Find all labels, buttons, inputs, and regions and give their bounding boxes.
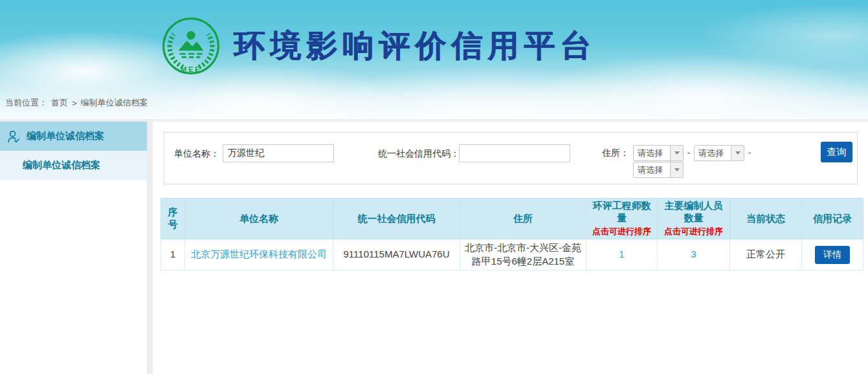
sidebar-subitem-label: 编制单位诚信档案 [23, 159, 100, 171]
sidebar: 编制单位诚信档案 编制单位诚信档案 [0, 122, 147, 374]
cell-status: 正常公开 [730, 239, 802, 270]
breadcrumb: 当前位置： 首页 > 编制单位诚信档案 [5, 97, 148, 109]
table-row: 1 北京万源世纪环保科技有限公司 91110115MA7LWUA76U 北京市-… [161, 239, 863, 270]
sidebar-item-credit-archive[interactable]: 编制单位诚信档案 [0, 122, 147, 151]
chevron-down-icon[interactable] [670, 146, 683, 160]
engineer-sort-hint[interactable]: 点击可进行排序 [589, 226, 654, 237]
query-button[interactable]: 查询 [821, 142, 852, 162]
credit-code-label: 统一社会信用代码： [378, 144, 460, 162]
svg-text:MEE: MEE [181, 65, 201, 73]
company-link[interactable]: 北京万源世纪环保科技有限公司 [191, 248, 327, 259]
mee-logo-icon: MEE [161, 16, 221, 76]
search-form: 单位名称： 统一社会信用代码： 住所： 请选择 - 请选择 - 请选择 查询 [164, 132, 858, 184]
col-address: 住所 [460, 199, 586, 239]
col-credit-record: 信用记录 [802, 199, 863, 239]
address-dash-2: - [748, 145, 751, 161]
site-header: MEE 环境影响评价信用平台 当前位置： 首页 > 编制单位诚信档案 [0, 0, 868, 119]
city-select-value: 请选择 [695, 146, 731, 160]
main-content: 单位名称： 统一社会信用代码： 住所： 请选择 - 请选择 - 请选择 查询 序… [153, 122, 868, 374]
district-select[interactable]: 请选择 [633, 162, 684, 178]
cell-index: 1 [161, 239, 185, 270]
unit-name-label: 单位名称： [174, 144, 219, 162]
sidebar-item-label: 编制单位诚信档案 [27, 130, 104, 142]
chevron-down-icon[interactable] [670, 162, 683, 177]
col-staff-count-label: 主要编制人员数量 [665, 200, 723, 223]
col-company: 单位名称 [185, 199, 333, 239]
credit-code-input[interactable] [459, 144, 570, 162]
engineer-count-link[interactable]: 1 [619, 248, 624, 259]
breadcrumb-separator: > [72, 98, 77, 108]
breadcrumb-current: 编制单位诚信档案 [81, 97, 148, 109]
col-credit-code: 统一社会信用代码 [333, 199, 460, 239]
address-label: 住所： [602, 144, 629, 162]
sidebar-subitem-credit-archive[interactable]: 编制单位诚信档案 [0, 151, 147, 180]
col-status: 当前状态 [730, 199, 802, 239]
page-title: 环境影响评价信用平台 [234, 25, 596, 67]
breadcrumb-label: 当前位置： [5, 97, 47, 109]
province-select[interactable]: 请选择 [633, 145, 684, 161]
staff-count-link[interactable]: 3 [691, 248, 696, 259]
user-check-icon [6, 129, 21, 144]
staff-sort-hint[interactable]: 点击可进行排序 [660, 226, 727, 237]
col-staff-count: 主要编制人员数量 点击可进行排序 [658, 199, 730, 239]
cell-credit-code: 91110115MA7LWUA76U [333, 239, 460, 270]
breadcrumb-home-link[interactable]: 首页 [51, 97, 68, 109]
table-header-row: 序号 单位名称 统一社会信用代码 住所 环评工程师数量 点击可进行排序 主要编制… [161, 199, 863, 239]
brand: MEE 环境影响评价信用平台 [161, 16, 596, 76]
district-select-value: 请选择 [634, 162, 670, 177]
province-select-value: 请选择 [634, 146, 670, 160]
chevron-down-icon[interactable] [731, 146, 744, 160]
col-engineer-count: 环评工程师数量 点击可进行排序 [586, 199, 658, 239]
cell-address: 北京市-北京市-大兴区-金苑路甲15号6幢2层A215室 [460, 239, 586, 270]
unit-name-input[interactable] [223, 144, 334, 162]
result-table: 序号 单位名称 统一社会信用代码 住所 环评工程师数量 点击可进行排序 主要编制… [161, 198, 863, 270]
col-engineer-count-label: 环评工程师数量 [593, 200, 651, 223]
address-dash-1: - [687, 145, 691, 161]
detail-button[interactable]: 详情 [815, 246, 850, 264]
col-index: 序号 [161, 199, 185, 239]
city-select[interactable]: 请选择 [694, 145, 744, 161]
